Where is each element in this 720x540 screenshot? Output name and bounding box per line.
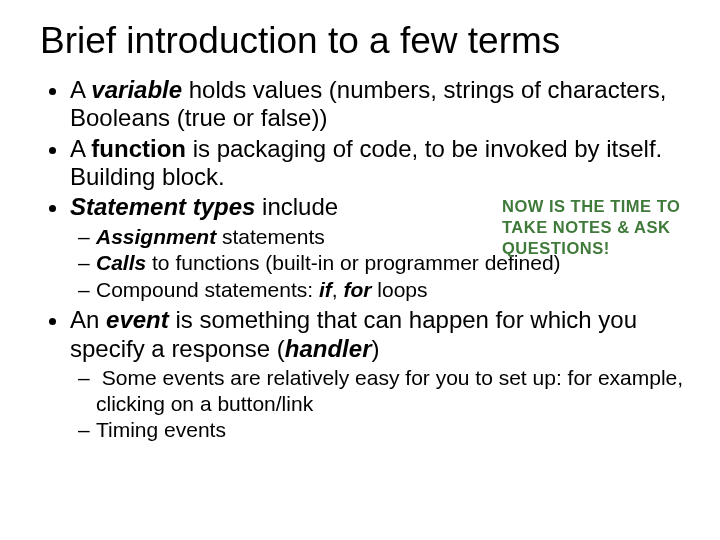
text: Compound statements:	[96, 278, 319, 301]
term-if: if	[319, 278, 332, 301]
bullet-variable: A variable holds values (numbers, string…	[70, 76, 690, 133]
term-function: function	[91, 135, 186, 162]
text: A	[70, 76, 91, 103]
callout-note: NOW IS THE TIME TO TAKE NOTES & ASK QUES…	[502, 196, 682, 259]
term-handler: handler	[285, 335, 372, 362]
term-calls: Calls	[96, 251, 146, 274]
text: An	[70, 306, 106, 333]
text: ,	[332, 278, 344, 301]
bullet-event: An event is something that can happen fo…	[70, 306, 690, 442]
text: include	[255, 193, 338, 220]
text: Timing events	[96, 418, 226, 441]
bullet-list: A variable holds values (numbers, string…	[30, 76, 690, 443]
text: )	[371, 335, 379, 362]
term-event: event	[106, 306, 169, 333]
sub-list-events: Some events are relatively easy for you …	[70, 365, 690, 443]
term-for: for	[343, 278, 371, 301]
sub-timing-events: Timing events	[96, 417, 690, 443]
slide-title: Brief introduction to a few terms	[40, 20, 690, 62]
term-statement-types: Statement types	[70, 193, 255, 220]
sub-some-events: Some events are relatively easy for you …	[96, 365, 690, 416]
term-assignment: Assignment	[96, 225, 216, 248]
text: statements	[216, 225, 325, 248]
text: loops	[371, 278, 427, 301]
text: Some events are relatively easy for you …	[96, 366, 683, 415]
sub-compound: Compound statements: if, for loops	[96, 277, 690, 303]
term-variable: variable	[91, 76, 182, 103]
bullet-function: A function is packaging of code, to be i…	[70, 135, 690, 192]
text: A	[70, 135, 91, 162]
slide: Brief introduction to a few terms A vari…	[0, 0, 720, 467]
text: to functions (built-in or programmer def…	[146, 251, 560, 274]
